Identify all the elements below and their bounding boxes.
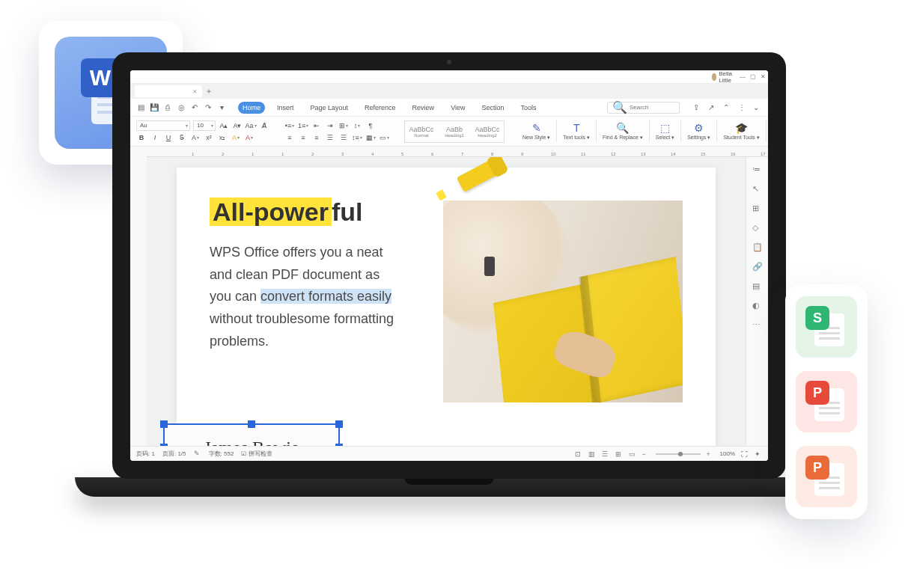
menu-home[interactable]: Home (238, 102, 265, 114)
signature-text-box[interactable]: James Bowie (163, 423, 340, 446)
spellcheck-toggle[interactable]: ☑ 拼写检查 (241, 450, 272, 458)
italic-icon[interactable]: I (150, 132, 160, 143)
qat-dropdown-icon[interactable]: ▾ (217, 103, 226, 112)
line-spacing-icon[interactable]: ↕≡ (352, 132, 362, 143)
search-input[interactable] (630, 104, 674, 111)
align-left-icon[interactable]: ≡ (284, 132, 295, 143)
menu-page-layout[interactable]: Page Layout (306, 102, 353, 114)
more-icon[interactable]: ⋯ (752, 320, 763, 331)
distributed-icon[interactable]: ☰ (338, 132, 349, 143)
view-print-icon[interactable]: ▥ (588, 450, 596, 458)
document-tab[interactable]: ✕ (135, 85, 202, 97)
toolbox-icon[interactable]: ⊞ (752, 203, 763, 214)
ribbon-settings[interactable]: ⚙Settings ▾ (684, 120, 713, 144)
user-chip[interactable]: Bella Little (712, 70, 735, 84)
styles-gallery[interactable]: AaBbCcNormalAaBbHeading1AaBbCcHeading2 (404, 120, 505, 143)
palette-icon[interactable]: ◐ (752, 301, 763, 311)
edit-mode-icon[interactable]: ✎ (194, 450, 201, 457)
resize-handle[interactable] (335, 420, 343, 428)
shading-icon[interactable]: ▦ (365, 132, 376, 143)
clipboard-icon[interactable]: 📋 (752, 242, 763, 253)
align-right-icon[interactable]: ≡ (311, 132, 322, 143)
align-center-icon[interactable]: ≡ (298, 132, 308, 143)
window-maximize[interactable]: ▢ (750, 73, 756, 80)
select-tool-icon[interactable]: ↖ (752, 184, 763, 195)
save-icon[interactable]: 💾 (150, 103, 159, 112)
zoom-in-icon[interactable]: + (707, 450, 714, 458)
decrease-indent-icon[interactable]: ⇤ (311, 120, 322, 131)
style-heading2[interactable]: AaBbCcHeading2 (471, 121, 504, 142)
collapse-ribbon-icon[interactable]: ⌃ (723, 103, 732, 112)
decrease-font-icon[interactable]: A▾ (232, 120, 243, 131)
font-family-select[interactable]: Au (136, 120, 190, 131)
zoom-level[interactable]: 100% (720, 450, 735, 457)
pdf-badge[interactable]: P (796, 371, 857, 432)
overflow-icon[interactable]: ⋮ (738, 103, 747, 112)
ruler[interactable]: 1211234567891011121314151617 (130, 147, 768, 157)
ribbon-text-tools[interactable]: TText tools ▾ (560, 120, 593, 144)
menu-icon[interactable]: ▤ (136, 103, 145, 112)
menu-section[interactable]: Section (477, 102, 508, 114)
export-icon[interactable]: ↗ (708, 103, 717, 112)
fullscreen-icon[interactable]: ⛶ (741, 450, 749, 458)
menu-reference[interactable]: Reference (360, 102, 400, 114)
close-tab-icon[interactable]: ✕ (192, 88, 198, 95)
help-caret-icon[interactable]: ⌄ (753, 103, 762, 112)
ribbon-new-style[interactable]: ✎New Style ▾ (519, 120, 553, 144)
link-icon[interactable]: 🔗 (752, 262, 763, 272)
font-size-select[interactable]: 10 (193, 120, 216, 131)
share-icon[interactable]: ⇪ (693, 103, 702, 112)
shapes-icon[interactable]: ◇ (752, 223, 763, 233)
zoom-out-icon[interactable]: − (642, 450, 650, 458)
word-count[interactable]: 字数: 552 (209, 450, 234, 458)
zoom-slider[interactable] (656, 453, 701, 455)
numbering-icon[interactable]: 1≡ (298, 120, 308, 131)
resize-handle[interactable] (160, 444, 168, 446)
menu-tools[interactable]: Tools (517, 102, 541, 114)
style-normal[interactable]: AaBbCcNormal (405, 121, 438, 142)
page-number[interactable]: 页码: 1 (136, 450, 155, 458)
ribbon-student-tools[interactable]: 🎓Student Tools ▾ (720, 120, 762, 144)
page-count[interactable]: 页面: 1/5 (162, 450, 186, 458)
borders-icon[interactable]: ▭ (379, 132, 389, 143)
style-heading1[interactable]: AaBbHeading1 (438, 121, 471, 142)
bullets-icon[interactable]: •≡ (284, 120, 295, 131)
show-marks-icon[interactable]: ¶ (365, 120, 376, 131)
underline-icon[interactable]: U (163, 132, 174, 143)
tab-settings-icon[interactable]: ⊞ (338, 120, 349, 131)
sort-icon[interactable]: ↕ (352, 120, 362, 131)
bold-icon[interactable]: B (136, 132, 147, 143)
view-outline-icon[interactable]: ☰ (602, 450, 609, 458)
presentation-badge[interactable]: P (796, 446, 857, 507)
change-case-icon[interactable]: Aa (246, 120, 256, 131)
increase-indent-icon[interactable]: ⇥ (325, 120, 335, 131)
preview-icon[interactable]: ◎ (177, 103, 186, 112)
menu-view[interactable]: View (446, 102, 469, 114)
redo-icon[interactable]: ↷ (204, 103, 213, 112)
highlight-color-icon[interactable]: A (231, 132, 241, 143)
view-read-icon[interactable]: ▭ (629, 450, 636, 458)
subscript-icon[interactable]: x₂ (217, 132, 228, 143)
justify-icon[interactable]: ☰ (325, 132, 335, 143)
spreadsheet-badge[interactable]: S (796, 296, 857, 358)
print-icon[interactable]: ⎙ (163, 103, 172, 112)
superscript-icon[interactable]: x² (204, 132, 214, 143)
menu-insert[interactable]: Insert (272, 102, 299, 114)
clear-format-icon[interactable]: A̸ (259, 120, 269, 131)
resize-handle[interactable] (160, 420, 168, 428)
undo-icon[interactable]: ↶ (190, 103, 199, 112)
properties-icon[interactable]: ≔ (752, 165, 763, 175)
document-page[interactable]: All-powerful WPS Office offers you a nea… (177, 168, 716, 446)
document-image[interactable] (443, 200, 683, 402)
view-web-icon[interactable]: ⊞ (615, 450, 623, 458)
settings-icon[interactable]: ✦ (755, 450, 762, 458)
increase-font-icon[interactable]: A▴ (219, 120, 229, 131)
window-minimize[interactable]: — (740, 73, 746, 80)
layers-icon[interactable]: ▤ (752, 281, 763, 292)
fit-icon[interactable]: ⊡ (575, 450, 582, 458)
window-close[interactable]: ✕ (761, 73, 766, 80)
search-box[interactable]: 🔍 (607, 102, 680, 114)
vertical-ruler[interactable] (130, 157, 147, 446)
menu-review[interactable]: Review (408, 102, 439, 114)
text-effects-icon[interactable]: A (190, 132, 201, 143)
